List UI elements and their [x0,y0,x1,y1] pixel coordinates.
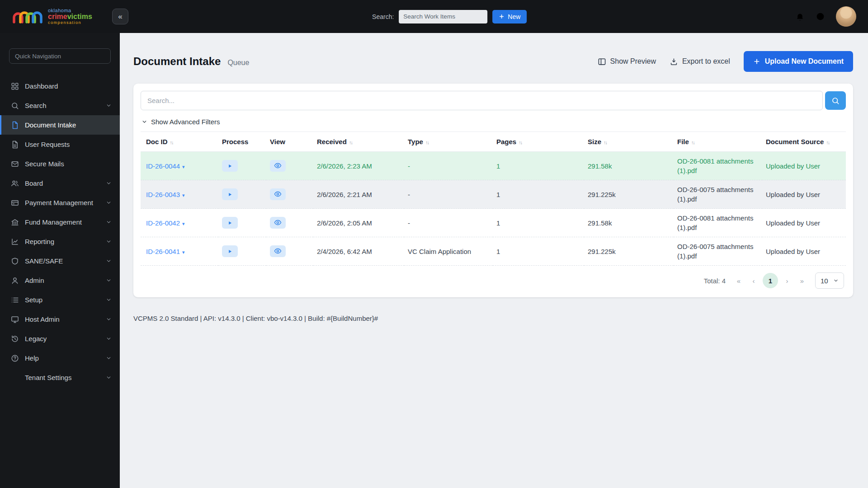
column-header-doc-id[interactable]: Doc ID↑↓ [141,132,218,152]
view-button[interactable] [270,160,286,172]
shield-icon [11,257,19,265]
quick-navigation-input[interactable] [9,48,111,64]
sort-icon[interactable]: ↑↓ [170,140,173,145]
global-search-input[interactable] [399,10,487,23]
page-size-select[interactable]: 10 [815,272,844,289]
sidebar-collapse-button[interactable]: « [112,9,128,24]
export-to-excel-button[interactable]: Export to excel [670,57,730,66]
eye-icon [274,162,282,169]
logo-text: oklahoma crimevictims compensation [48,8,92,25]
sidebar-item-sane-safe[interactable]: SANE/SAFE [0,251,120,271]
pagination-last-button[interactable]: » [796,274,808,287]
process-button[interactable] [222,217,238,229]
view-button[interactable] [270,217,286,229]
sort-icon[interactable]: ↑↓ [425,140,429,145]
doc-id-link[interactable]: ID-26-0041 [146,248,180,255]
sidebar-item-label: Board [25,179,100,187]
play-icon [227,192,232,197]
doc-id-caret-icon[interactable]: ▾ [182,164,185,169]
setup-icon [11,296,19,304]
doc-id-caret-icon[interactable]: ▾ [182,192,185,198]
title-wrap: Document Intake Queue [133,55,249,68]
help-circle-icon [11,354,19,362]
pagination-next-button[interactable]: › [781,274,793,287]
sidebar-item-secure-mails[interactable]: Secure Mails [0,154,120,174]
sidebar-item-host-admin[interactable]: Host Admin [0,310,120,329]
page-title: Document Intake [133,55,221,68]
show-preview-button[interactable]: Show Preview [598,57,656,66]
view-button[interactable] [270,188,286,200]
payment-icon [11,199,19,207]
upload-new-document-button[interactable]: Upload New Document [744,51,853,72]
doc-id-link[interactable]: ID-26-0043 [146,191,180,198]
doc-id-caret-icon[interactable]: ▾ [182,249,185,255]
pagination-first-button[interactable]: « [733,274,745,287]
process-button[interactable] [222,188,238,200]
app-logo: oklahoma crimevictims compensation [0,0,120,33]
column-header-file[interactable]: File↑↓ [674,132,762,152]
chevron-down-icon [106,336,112,342]
column-header-document-source[interactable]: Document Source↑↓ [762,132,846,152]
sidebar-item-label: SANE/SAFE [25,257,100,265]
show-advanced-filters-toggle[interactable]: Show Advanced Filters [142,118,845,126]
column-header-type[interactable]: Type↑↓ [404,132,493,152]
process-button[interactable] [222,245,238,257]
page-header: Document Intake Queue Show Preview Expor… [133,51,853,72]
sidebar-item-search[interactable]: Search [0,96,120,115]
sidebar-item-help[interactable]: Help [0,348,120,368]
sort-icon[interactable]: ↑↓ [691,140,694,145]
sidebar-item-dashboard[interactable]: Dashboard [0,76,120,96]
sidebar-item-admin[interactable]: Admin [0,271,120,290]
plus-icon [753,58,760,65]
sidebar-item-label: Admin [25,277,100,284]
pagination-page-1[interactable]: 1 [763,273,778,288]
sidebar-item-setup[interactable]: Setup [0,290,120,310]
table-search-button[interactable] [825,91,846,110]
help-icon[interactable] [816,12,825,21]
doc-id-link[interactable]: ID-26-0044 [146,162,180,170]
size-cell: 291.225k [584,180,674,209]
size-cell: 291.58k [584,209,674,237]
admin-icon [11,277,19,285]
doc-id-caret-icon[interactable]: ▾ [182,221,185,226]
column-header-size[interactable]: Size↑↓ [584,132,674,152]
user-avatar[interactable] [836,6,856,27]
pagination-total: Total: 4 [704,277,726,285]
size-cell: 291.58k [584,152,674,180]
global-search-label: Search: [372,13,394,20]
received-cell: 2/6/2026, 2:05 AM [313,209,404,237]
table-row: ID-26-0044▾ 2/6/2026, 2:23 AM - 1 291.58… [141,152,846,180]
sidebar-item-user-requests[interactable]: User Requests [0,135,120,154]
notifications-bell-icon[interactable] [795,12,805,21]
new-button[interactable]: New [492,10,527,23]
sidebar-item-fund-management[interactable]: Fund Management [0,212,120,232]
sort-icon[interactable]: ↑↓ [519,140,522,145]
pagination-prev-button[interactable]: ‹ [748,274,760,287]
pages-cell: 1 [493,209,584,237]
pages-cell: 1 [493,152,584,180]
column-header-received[interactable]: Received↑↓ [313,132,404,152]
sidebar-item-tenant-settings[interactable]: Tenant Settings [0,368,120,387]
sort-icon[interactable]: ↑↓ [604,140,607,145]
fund-icon [11,218,19,226]
logo-line-3: compensation [48,21,92,25]
main-content: Document Intake Queue Show Preview Expor… [120,33,868,488]
sidebar-item-reporting[interactable]: Reporting [0,232,120,251]
sidebar-item-legacy[interactable]: Legacy [0,329,120,348]
sidebar-item-label: Fund Management [25,218,100,226]
search-icon [11,102,19,110]
sidebar-item-board[interactable]: Board [0,174,120,193]
sidebar-item-label: Secure Mails [25,160,112,168]
sidebar-item-payment-management[interactable]: Payment Management [0,193,120,212]
process-button[interactable] [222,160,238,172]
header-actions: Show Preview Export to excel Upload New … [598,51,853,72]
sort-icon[interactable]: ↑↓ [826,140,829,145]
sort-icon[interactable]: ↑↓ [349,140,352,145]
doc-id-link[interactable]: ID-26-0042 [146,219,180,227]
legacy-history-icon [11,335,19,343]
view-button[interactable] [270,245,286,257]
table-search-input[interactable] [141,91,823,110]
sidebar-item-document-intake[interactable]: Document Intake [0,115,120,135]
column-header-pages[interactable]: Pages↑↓ [493,132,584,152]
size-cell: 291.225k [584,237,674,266]
